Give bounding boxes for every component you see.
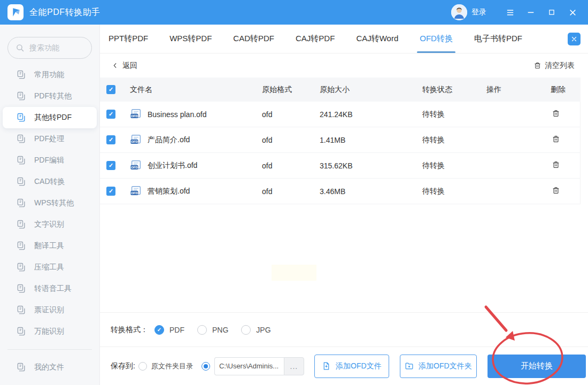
tab-close-icon[interactable]	[568, 33, 581, 45]
ofd-file-icon	[130, 160, 142, 171]
login-button[interactable]: 登录	[471, 7, 486, 17]
ofd-file-icon	[130, 186, 142, 197]
feature-icon	[16, 241, 27, 251]
sidebar-item-6[interactable]: WPS转其他	[0, 192, 99, 214]
format-radio-icon	[241, 325, 251, 335]
sidebar-item-label: CAD转换	[34, 177, 65, 187]
sidebar-item-label: PDF编辑	[34, 156, 64, 165]
format-label: 转换格式：	[111, 325, 148, 335]
tab-0[interactable]: PPT转PDF	[109, 25, 148, 53]
column-header: 转换状态	[422, 85, 486, 95]
sidebar-item-0[interactable]: 常用功能	[0, 64, 99, 86]
tab-label: CAD转PDF	[233, 34, 274, 44]
column-header: 删除	[551, 85, 581, 95]
file-table: Business plan.ofd ofd 241.24KB 待转换 产品简介.…	[100, 102, 581, 204]
search-placeholder: 搜索功能	[29, 43, 59, 53]
tab-6[interactable]: 电子书转PDF	[474, 25, 522, 53]
search-input[interactable]: 搜索功能	[7, 37, 92, 59]
tab-3[interactable]: CAJ转PDF	[296, 25, 335, 53]
sidebar-item-12[interactable]: 万能识别	[0, 321, 99, 342]
tab-label: WPS转PDF	[169, 34, 212, 44]
back-button[interactable]: 返回	[112, 61, 137, 71]
menu-icon[interactable]	[503, 5, 517, 19]
clear-list-button[interactable]: 清空列表	[533, 61, 575, 71]
tab-label: PPT转PDF	[109, 34, 148, 44]
row-checkbox[interactable]	[106, 110, 115, 119]
maximize-icon[interactable]	[545, 5, 559, 19]
browse-button[interactable]: ...	[284, 357, 304, 375]
watermark	[272, 265, 316, 281]
sidebar-item-3[interactable]: PDF处理	[0, 128, 99, 150]
sidebar-item-label: 我的文件	[34, 363, 64, 372]
tab-2[interactable]: CAD转PDF	[233, 25, 274, 53]
row-checkbox[interactable]	[106, 161, 115, 170]
sidebar-item-2[interactable]: 其他转PDF	[3, 107, 97, 128]
feature-icon	[16, 70, 27, 80]
add-ofd-file-button[interactable]: 添加OFD文件	[314, 355, 389, 378]
column-header: 原始大小	[320, 85, 422, 95]
save-path-input[interactable]: C:\Users\Adminis...	[214, 357, 284, 375]
clear-list-label: 清空列表	[545, 61, 575, 71]
feature-icon	[16, 155, 27, 166]
sidebar-item-label: 翻译工具	[34, 241, 64, 251]
delete-file-icon[interactable]	[552, 109, 560, 118]
format-option[interactable]: JPG	[241, 325, 270, 335]
column-header: 原始格式	[262, 85, 320, 95]
ofd-file-icon	[130, 109, 142, 120]
add-ofd-folder-button[interactable]: 添加OFD文件夹	[400, 355, 477, 378]
tab-label: CAJ转PDF	[296, 34, 335, 44]
feature-icon	[16, 91, 27, 102]
app-logo	[7, 4, 24, 20]
table-row: 产品简介.ofd ofd 1.41MB 待转换	[100, 127, 580, 153]
list-toolbar: 返回 清空列表	[100, 53, 588, 78]
feature-icon	[16, 305, 27, 315]
file-status: 待转换	[422, 110, 486, 119]
format-option[interactable]: PNG	[197, 325, 228, 335]
back-label: 返回	[122, 61, 137, 71]
tab-5[interactable]: OFD转换	[420, 25, 453, 53]
titlebar: 全能PDF转换助手 登录	[0, 0, 588, 25]
row-checkbox[interactable]	[106, 187, 115, 196]
format-option[interactable]: PDF	[154, 325, 184, 335]
feature-icon	[16, 176, 27, 187]
sidebar-item-4[interactable]: PDF编辑	[0, 150, 99, 171]
save-original-folder-radio[interactable]	[138, 362, 147, 371]
sidebar-item-9[interactable]: 压缩工具	[0, 257, 99, 278]
sidebar-item-7[interactable]: 文字识别	[0, 214, 99, 235]
sidebar-item-5[interactable]: CAD转换	[0, 171, 99, 192]
file-size: 1.41MB	[320, 136, 422, 144]
bottom-bar: 保存到: 原文件夹目录 C:\Users\Adminis... ... 添加OF…	[100, 346, 588, 385]
row-checkbox[interactable]	[106, 135, 115, 144]
start-convert-button[interactable]: 开始转换	[488, 355, 586, 378]
sidebar-item-label: WPS转其他	[34, 198, 74, 208]
delete-file-icon[interactable]	[552, 160, 560, 169]
file-status: 待转换	[422, 161, 486, 171]
column-header: 操作	[486, 85, 551, 95]
sidebar-item-label: 万能识别	[34, 327, 64, 336]
sidebar-item-11[interactable]: 票证识别	[0, 299, 99, 321]
file-size: 241.24KB	[320, 110, 422, 119]
avatar[interactable]	[451, 4, 467, 20]
feature-icon	[16, 262, 27, 273]
tab-1[interactable]: WPS转PDF	[169, 25, 212, 53]
file-name: 营销策划.ofd	[148, 187, 190, 196]
delete-file-icon[interactable]	[552, 186, 560, 195]
select-all-checkbox[interactable]	[106, 85, 115, 94]
close-icon[interactable]	[566, 5, 579, 19]
sidebar-item-10[interactable]: 转语音工具	[0, 278, 99, 299]
save-custom-path-radio[interactable]	[202, 362, 210, 371]
file-size: 3.46MB	[320, 187, 422, 196]
tab-bar: PPT转PDFWPS转PDFCAD转PDFCAJ转PDFCAJ转WordOFD转…	[100, 25, 588, 53]
tab-4[interactable]: CAJ转Word	[356, 25, 398, 53]
sidebar-item-8[interactable]: 翻译工具	[0, 235, 99, 257]
add-ofd-folder-label: 添加OFD文件夹	[419, 361, 472, 371]
sidebar-item-1[interactable]: PDF转其他	[0, 86, 99, 107]
sidebar-item-my-files[interactable]: 我的文件	[0, 357, 99, 378]
format-radio-icon	[197, 325, 207, 335]
tab-label: OFD转换	[420, 34, 453, 44]
feature-icon	[16, 326, 27, 337]
delete-file-icon[interactable]	[552, 135, 560, 143]
folder-plus-icon	[405, 361, 414, 371]
minimize-icon[interactable]	[524, 5, 538, 19]
file-format: ofd	[262, 187, 320, 196]
